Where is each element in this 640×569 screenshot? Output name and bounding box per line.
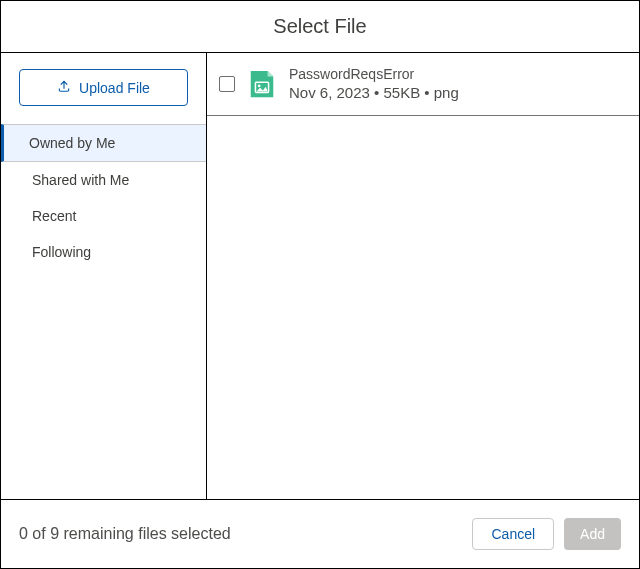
sidebar-item-owned-by-me[interactable]: Owned by Me: [1, 124, 206, 162]
upload-file-button[interactable]: Upload File: [19, 69, 188, 106]
upload-icon: [57, 79, 71, 96]
upload-file-label: Upload File: [79, 80, 150, 96]
select-file-dialog: Select File Upload File Owned by Me: [0, 0, 640, 569]
footer-buttons: Cancel Add: [472, 518, 621, 550]
file-row[interactable]: PasswordReqsError Nov 6, 2023 • 55KB • p…: [207, 53, 639, 116]
sidebar-item-label: Shared with Me: [32, 172, 129, 188]
file-name: PasswordReqsError: [289, 65, 459, 83]
sidebar-item-label: Recent: [32, 208, 76, 224]
selection-status: 0 of 9 remaining files selected: [19, 525, 231, 543]
sidebar: Upload File Owned by Me Shared with Me R…: [1, 53, 207, 499]
file-checkbox[interactable]: [219, 76, 235, 92]
svg-point-2: [258, 84, 261, 87]
sidebar-item-shared-with-me[interactable]: Shared with Me: [1, 162, 206, 198]
dialog-footer: 0 of 9 remaining files selected Cancel A…: [1, 499, 639, 568]
sidebar-item-label: Owned by Me: [29, 135, 115, 151]
dialog-body: Upload File Owned by Me Shared with Me R…: [1, 53, 639, 499]
file-list: PasswordReqsError Nov 6, 2023 • 55KB • p…: [207, 53, 639, 499]
file-info: PasswordReqsError Nov 6, 2023 • 55KB • p…: [289, 65, 459, 103]
add-button[interactable]: Add: [564, 518, 621, 550]
sidebar-item-recent[interactable]: Recent: [1, 198, 206, 234]
image-file-icon: [247, 69, 277, 99]
sidebar-item-following[interactable]: Following: [1, 234, 206, 270]
dialog-title: Select File: [1, 15, 639, 38]
cancel-button[interactable]: Cancel: [472, 518, 554, 550]
dialog-header: Select File: [1, 1, 639, 53]
file-meta: Nov 6, 2023 • 55KB • png: [289, 83, 459, 103]
sidebar-nav: Owned by Me Shared with Me Recent Follow…: [1, 124, 206, 270]
sidebar-item-label: Following: [32, 244, 91, 260]
